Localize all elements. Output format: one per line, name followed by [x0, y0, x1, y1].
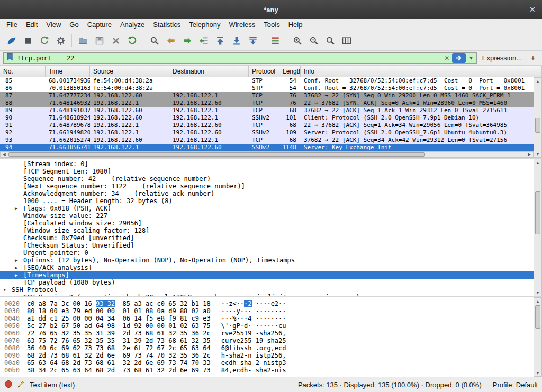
expander-icon[interactable]: ▶: [15, 257, 23, 264]
detail-line[interactable]: Urgent pointer: 0: [0, 249, 534, 257]
scroll-up-icon[interactable]: ▲: [534, 298, 541, 304]
details-vscrollbar[interactable]: ▲ ▼: [534, 159, 542, 296]
hex-row-00a0[interactable]: 00a065 63 64 68 2d 73 68 61 32 2d 6e 69 …: [4, 359, 534, 367]
window-close-icon[interactable]: ✕: [529, 0, 536, 19]
detail-line[interactable]: Sequence number: 42 (relative sequence n…: [0, 175, 534, 183]
packet-row[interactable]: 9071.648618924192.168.122.60192.168.122.…: [0, 114, 534, 122]
col-header-length[interactable]: Length: [279, 66, 301, 77]
go-to-packet-button[interactable]: [195, 33, 212, 49]
menu-wireless[interactable]: Wireless: [224, 19, 259, 31]
reload-button[interactable]: [124, 33, 140, 49]
scroll-right-icon[interactable]: ▶: [526, 152, 533, 157]
detail-line[interactable]: [TCP Segment Len: 1080]: [0, 168, 534, 175]
packet-list-hscrollbar[interactable]: ◀ ▶: [0, 151, 534, 158]
hex-row-0050[interactable]: 00505c 27 b2 67 50 ad 64 98 1d 92 00 00 …: [4, 322, 534, 330]
find-packet-button[interactable]: [146, 33, 162, 49]
detail-line[interactable]: Checksum: 0x79ed [unverified]: [0, 234, 534, 242]
save-file-button[interactable]: [91, 33, 107, 49]
expander-icon[interactable]: ▾: [3, 286, 12, 294]
detail-line[interactable]: Window size value: 227: [0, 212, 534, 220]
menu-analyze[interactable]: Analyze: [116, 19, 149, 31]
packet-row[interactable]: 8670.013850163fe:54:00:d4:38:2aSTP54Conf…: [0, 85, 534, 92]
go-back-button[interactable]: [162, 33, 179, 49]
detail-line[interactable]: ▶[SEQ/ACK analysis]: [0, 264, 534, 271]
close-file-button[interactable]: [107, 33, 124, 49]
packet-row[interactable]: 8771.647777234192.168.122.60192.168.122.…: [0, 92, 534, 99]
stop-capture-button[interactable]: [20, 33, 36, 49]
clear-filter-icon[interactable]: ✕: [444, 54, 449, 62]
filter-dropdown-icon[interactable]: ▾: [468, 54, 474, 61]
go-forward-button[interactable]: [179, 33, 195, 49]
hex-row-0080[interactable]: 008036 40 6c 69 62 73 73 68 2e 6f 72 67 …: [4, 344, 534, 352]
scroll-up-icon[interactable]: ▲: [534, 78, 541, 84]
hex-row-0040[interactable]: 0040a1 dd c1 25 00 00 04 34 06 14 f5 e8 …: [4, 315, 534, 322]
col-header-protocol[interactable]: Protocol: [249, 66, 279, 77]
detail-line[interactable]: ▶Options: (12 bytes), No-Operation (NOP)…: [0, 257, 534, 264]
hex-vscrollbar[interactable]: ▲ ▼: [534, 297, 542, 377]
zoom-in-button[interactable]: [289, 33, 305, 49]
expression-button[interactable]: Expression...: [480, 54, 524, 62]
apply-filter-button[interactable]: [452, 53, 466, 63]
menu-tools[interactable]: Tools: [259, 19, 284, 31]
menu-telephony[interactable]: Telephony: [185, 19, 224, 31]
col-header-info[interactable]: Info: [301, 66, 542, 77]
packet-row[interactable]: 8568.001734936fe:54:00:d4:38:2aSTP54Conf…: [0, 77, 534, 85]
detail-line[interactable]: TCP payload (1080 bytes): [0, 279, 534, 286]
col-header-time[interactable]: Time: [46, 66, 90, 77]
packet-row[interactable]: 9271.661949820192.168.122.1192.168.122.6…: [0, 129, 534, 136]
detail-line[interactable]: [Stream index: 0]: [0, 160, 534, 168]
menu-capture[interactable]: Capture: [83, 19, 116, 31]
packet-row[interactable]: 9171.648789678192.168.122.1192.168.122.6…: [0, 122, 534, 129]
packet-row[interactable]: 9371.662015274192.168.122.60192.168.122.…: [0, 136, 534, 144]
menu-help[interactable]: Help: [284, 19, 307, 31]
resize-columns-button[interactable]: [338, 33, 355, 49]
bookmark-icon[interactable]: [6, 53, 13, 63]
menu-file[interactable]: File: [2, 19, 22, 31]
packet-row[interactable]: 9471.663856741192.168.122.1192.168.122.6…: [0, 144, 534, 151]
menu-edit[interactable]: Edit: [22, 19, 42, 31]
menu-go[interactable]: Go: [65, 19, 83, 31]
hex-row-0030[interactable]: 003080 18 00 e3 79 ed 00 00 01 01 08 0a …: [4, 307, 534, 315]
auto-scroll-button[interactable]: [245, 33, 261, 49]
packet-row[interactable]: 8871.648146932192.168.122.1192.168.122.6…: [0, 99, 534, 107]
detail-line[interactable]: ▶Flags: 0x018 (PSH, ACK): [0, 205, 534, 212]
detail-line[interactable]: [Window size scaling factor: 128]: [0, 227, 534, 234]
expander-icon[interactable]: ▶: [15, 205, 23, 212]
menu-statistics[interactable]: Statistics: [149, 19, 185, 31]
detail-line[interactable]: ▾SSH Protocol: [0, 286, 534, 294]
scroll-up-icon[interactable]: ▲: [534, 159, 541, 166]
go-last-packet-button[interactable]: [228, 33, 245, 49]
hex-row-0090[interactable]: 009068 2d 73 68 61 32 2d 6e 69 73 74 70 …: [4, 352, 534, 359]
scroll-down-icon[interactable]: ▼: [534, 151, 541, 157]
detail-line[interactable]: 1000 .... = Header Length: 32 bytes (8): [0, 197, 534, 205]
scroll-down-icon[interactable]: ▼: [534, 289, 541, 296]
detail-line[interactable]: [Calculated window size: 29056]: [0, 220, 534, 227]
display-filter-input[interactable]: [16, 54, 441, 62]
hex-row-0060[interactable]: 006072 76 65 32 35 35 31 39 2d 73 68 61 …: [4, 330, 534, 337]
capture-comment-icon[interactable]: [17, 380, 25, 390]
menu-view[interactable]: View: [42, 19, 65, 31]
col-header-source[interactable]: Source: [90, 66, 169, 77]
hex-row-00b0[interactable]: 00b038 34 2c 65 63 64 68 2d 73 68 61 32 …: [4, 367, 534, 374]
packet-row[interactable]: 8971.648191037192.168.122.60192.168.122.…: [0, 107, 534, 114]
hex-row-0070[interactable]: 007063 75 72 76 65 32 35 35 31 39 2d 73 …: [4, 337, 534, 344]
col-header-destination[interactable]: Destination: [169, 66, 249, 77]
expert-info-icon[interactable]: [4, 380, 13, 390]
profile-text[interactable]: Profile: Default: [493, 381, 538, 389]
zoom-normal-button[interactable]: [322, 33, 338, 49]
scrollbar-thumb[interactable]: [535, 305, 540, 329]
scroll-left-icon[interactable]: ◀: [1, 152, 8, 157]
scroll-down-icon[interactable]: ▼: [534, 370, 541, 376]
add-filter-button[interactable]: +: [527, 52, 539, 64]
detail-line[interactable]: [Next sequence number: 1122 (relative se…: [0, 183, 534, 190]
detail-line[interactable]: Acknowledgment number: 34 (relative ack …: [0, 190, 534, 197]
scrollbar-thumb[interactable]: [8, 152, 425, 157]
zoom-out-button[interactable]: [305, 33, 322, 49]
col-header-no[interactable]: No.: [0, 66, 46, 77]
detail-line[interactable]: [Checksum Status: Unverified]: [0, 242, 534, 249]
go-first-packet-button[interactable]: [212, 33, 228, 49]
expander-icon[interactable]: ▶: [15, 271, 23, 279]
hex-row-0020[interactable]: 0020c0 a8 7a 3c 00 16 93 32 85 a3 ac c0 …: [4, 300, 534, 307]
expander-icon[interactable]: ▶: [15, 264, 23, 271]
capture-options-button[interactable]: [52, 33, 69, 49]
